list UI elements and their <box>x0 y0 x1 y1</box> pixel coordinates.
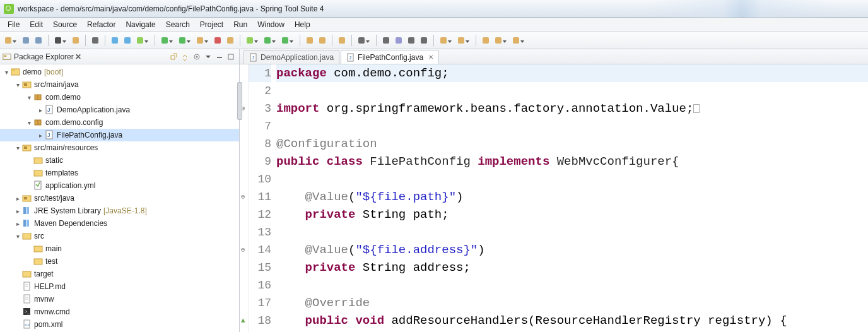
explorer-close-indicator[interactable]: ✕ <box>75 52 81 61</box>
tree-item-com-demo[interactable]: ▾com.demo <box>0 91 239 104</box>
tree-item-pom-xml[interactable]: <>pom.xml <box>0 318 239 331</box>
code-line[interactable] <box>276 223 868 241</box>
collapse-all-icon[interactable] <box>169 52 179 62</box>
gutter-marker-icon[interactable]: ▲ <box>241 312 245 329</box>
menu-search[interactable]: Search <box>161 19 195 30</box>
link-editor-icon[interactable] <box>180 52 191 62</box>
tree-expand-icon[interactable]: ▸ <box>14 220 21 227</box>
switch-icon[interactable] <box>52 35 64 46</box>
outline-icon[interactable] <box>380 35 392 46</box>
editor-tab-filepathconfig-java[interactable]: JFilePathConfig.java✕ <box>341 50 439 64</box>
view-menu-icon[interactable] <box>203 52 213 62</box>
run-icon[interactable] <box>159 35 170 46</box>
minimize-icon[interactable] <box>214 52 225 62</box>
task-list-icon[interactable] <box>393 35 404 46</box>
wand-icon[interactable] <box>90 35 101 46</box>
tree-expand-icon[interactable]: ▸ <box>14 208 21 215</box>
debug-icon[interactable] <box>134 35 146 46</box>
code-line[interactable] <box>276 117 868 135</box>
tree-item-target[interactable]: target <box>0 268 239 280</box>
menu-project[interactable]: Project <box>195 19 228 30</box>
code-line[interactable]: @Value("${file.address}") <box>276 241 868 259</box>
debug-breakpoint-icon[interactable] <box>109 35 120 46</box>
coverage-icon[interactable] <box>177 35 188 46</box>
editor-body[interactable]: 123⊕7891011⊖121314⊖15161718▲ package com… <box>240 64 868 332</box>
search-icon[interactable] <box>356 35 367 46</box>
tree-expand-icon[interactable]: ▾ <box>14 81 21 88</box>
tree-item-mvnw[interactable]: mvnw <box>0 293 239 305</box>
code-line[interactable] <box>276 276 868 294</box>
tree-expand-icon[interactable]: ▸ <box>14 195 21 202</box>
tree-item-com-demo-config[interactable]: ▾com.demo.config <box>0 116 239 129</box>
gutter-marker-icon[interactable]: ⊖ <box>241 188 245 206</box>
new-pkg-icon[interactable] <box>244 35 255 46</box>
tree-expand-icon[interactable]: ▾ <box>3 69 10 76</box>
tree-item-jre-system-library[interactable]: ▸JRE System Library [JavaSE-1.8] <box>0 205 239 217</box>
tree-item-application-yml[interactable]: application.yml <box>0 179 239 192</box>
tree-expand-icon[interactable]: ▾ <box>14 233 21 240</box>
menu-window[interactable]: Window <box>252 19 290 30</box>
code-line[interactable]: @Override <box>276 294 868 312</box>
save-all-icon[interactable] <box>33 35 44 46</box>
prev-ann-icon[interactable] <box>455 35 467 46</box>
gutter-marker-icon[interactable]: ⊖ <box>241 241 245 259</box>
open-task-icon[interactable] <box>317 35 328 46</box>
tree-item-help-md[interactable]: HELP.md <box>0 280 239 293</box>
code-line[interactable]: private String path; <box>276 206 868 223</box>
build-icon[interactable] <box>70 35 81 46</box>
tree-expand-icon[interactable]: ▾ <box>25 94 33 101</box>
save-icon[interactable] <box>20 35 32 46</box>
skip-all-icon[interactable] <box>122 35 133 46</box>
code-line[interactable]: public void addResourceHandlers(Resource… <box>276 312 868 329</box>
menu-run[interactable]: Run <box>228 19 252 30</box>
last-edit-icon[interactable] <box>480 35 491 46</box>
maximize-icon[interactable] <box>226 52 236 62</box>
tree-item-demo[interactable]: ▾demo [boot] <box>0 66 239 78</box>
folded-region-icon[interactable] <box>693 104 700 113</box>
tree-item-src[interactable]: ▾src <box>0 230 239 242</box>
tree-expand-icon[interactable]: ▸ <box>37 107 44 114</box>
tree-item-filepathconfig-java[interactable]: ▸JFilePathConfig.java <box>0 129 239 141</box>
code-content[interactable]: package com.demo.config; import org.spri… <box>276 64 868 332</box>
sash-scrollbar-thumb[interactable] <box>237 82 242 120</box>
close-icon[interactable]: ✕ <box>428 54 433 61</box>
open-type-icon[interactable] <box>304 35 315 46</box>
menu-help[interactable]: Help <box>290 19 315 30</box>
tree-item-src-main-java[interactable]: ▾src/main/java <box>0 78 239 91</box>
menu-edit[interactable]: Edit <box>25 19 48 30</box>
tree-item-demoapplication-java[interactable]: ▸JDemoApplication.java <box>0 104 239 116</box>
tree-item-maven-dependencies[interactable]: ▸Maven Dependencies <box>0 217 239 230</box>
terminate-icon[interactable] <box>212 35 223 46</box>
menu-navigate[interactable]: Navigate <box>120 19 160 30</box>
tree-item-static[interactable]: static <box>0 154 239 167</box>
run-last-icon[interactable] <box>194 35 206 46</box>
new-folder-icon[interactable] <box>336 35 348 46</box>
tree-expand-icon[interactable]: ▾ <box>14 145 21 151</box>
code-line[interactable]: @Value("${file.path}") <box>276 188 868 206</box>
code-line[interactable] <box>276 170 868 188</box>
focus-task-icon[interactable] <box>192 52 202 62</box>
next-ann-icon[interactable] <box>438 35 449 46</box>
back-icon[interactable] <box>493 35 504 46</box>
tree-item-src-test-java[interactable]: ▸src/test/java <box>0 192 239 205</box>
code-line[interactable] <box>276 82 868 100</box>
menu-source[interactable]: Source <box>48 19 82 30</box>
new-icon[interactable] <box>3 35 14 46</box>
tree-item-src-main-resources[interactable]: ▾src/main/resources <box>0 141 239 154</box>
editor-tab-demoapplication-java[interactable]: JDemoApplication.java <box>243 50 339 64</box>
tree-item-mvnw-cmd[interactable]: >_mvnw.cmd <box>0 305 239 318</box>
code-line[interactable]: private String address; <box>276 259 868 276</box>
menu-file[interactable]: File <box>3 19 25 30</box>
new-class-icon[interactable] <box>262 35 273 46</box>
code-line[interactable]: package com.demo.config; <box>276 64 868 82</box>
toggle-mark-icon[interactable] <box>406 35 417 46</box>
tree-expand-icon[interactable]: ▸ <box>37 132 44 139</box>
pin-icon[interactable] <box>418 35 430 46</box>
code-line[interactable]: import org.springframework.beans.factory… <box>276 100 868 117</box>
new-interface-icon[interactable] <box>279 35 291 46</box>
tree-item-main[interactable]: main <box>0 242 239 255</box>
menu-refactor[interactable]: Refactor <box>82 19 120 30</box>
tree-item-test[interactable]: test <box>0 255 239 268</box>
tree-expand-icon[interactable]: ▾ <box>25 119 33 126</box>
relaunch-icon[interactable] <box>225 35 236 46</box>
